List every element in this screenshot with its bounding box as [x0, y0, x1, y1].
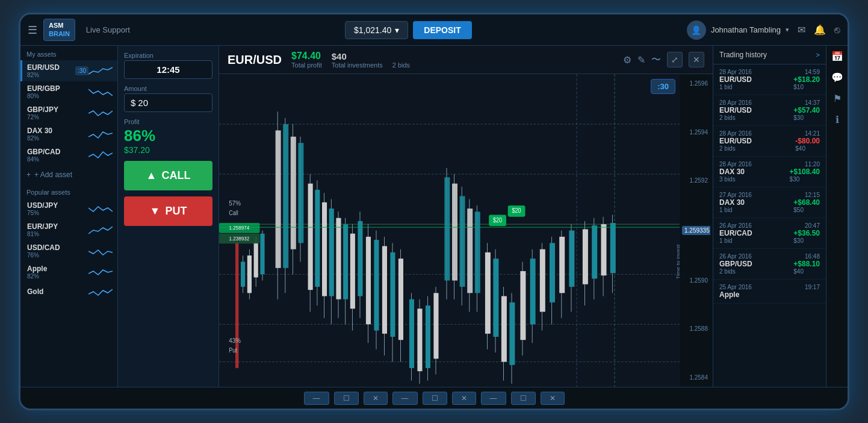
svg-rect-10 [241, 262, 245, 287]
history-pair-1: EUR/USD [719, 75, 752, 84]
history-item-3[interactable]: 28 Apr 2016 14:21 EUR/USD 2 bids -$80.00… [713, 126, 826, 157]
sidebar-item-gbpcad[interactable]: GBP/CAD 84% [20, 145, 117, 166]
mail-icon[interactable]: ✉ [798, 24, 805, 36]
chart-bids-label: 2 bids [392, 61, 410, 69]
taskbar-btn-6[interactable]: ✕ [452, 392, 476, 405]
amount-symbol: $ [131, 98, 135, 108]
deposit-button[interactable]: DEPOSIT [413, 21, 471, 39]
chart-invest-block: $40 Total investments [332, 51, 383, 69]
taskbar-btn-2[interactable]: ☐ [334, 392, 359, 405]
price-tick-4: 1.2590 [682, 277, 710, 284]
taskbar-btn-8[interactable]: ☐ [511, 392, 536, 405]
history-date-4: 28 Apr 2016 11:20 [719, 161, 820, 168]
asset-name-eurgbp: EUR/GBP [27, 84, 88, 93]
sidebar-item-eurjpy[interactable]: EUR/JPY 81% [20, 219, 117, 240]
svg-rect-60 [444, 177, 450, 280]
history-item-4[interactable]: 28 Apr 2016 11:20 DAX 30 3 bids +$108.40… [713, 157, 826, 187]
asset-mini-chart-gbpcad [88, 149, 113, 161]
flag-icon[interactable]: ⚑ [833, 93, 842, 104]
history-pair-6: EUR/CAD [719, 229, 752, 237]
amount-input-container[interactable]: $ [124, 93, 212, 112]
history-invest-7: $40 [793, 268, 820, 275]
svg-rect-96 [610, 223, 616, 273]
logout-icon[interactable]: ⎋ [834, 25, 840, 36]
svg-text:1.238932: 1.238932 [229, 236, 249, 242]
expand-button[interactable]: ⤢ [667, 52, 683, 67]
svg-rect-18 [276, 130, 281, 268]
device-frame: ☰ ASM BRAIN Live Support $1,021.40 ▾ DEP… [19, 13, 849, 410]
sidebar-item-gbpjpy[interactable]: GBP/JPY 72% [20, 102, 117, 124]
history-more-link[interactable]: > [816, 51, 820, 58]
asset-pct-eurjpy: 81% [27, 231, 88, 237]
history-item-2[interactable]: 28 Apr 2016 14:37 EUR/USD 2 bids +$57.40… [713, 95, 826, 126]
svg-rect-50 [398, 258, 403, 340]
chart-tools: ⚙ ✎ 〜 ⤢ ✕ [623, 52, 704, 67]
live-support-label[interactable]: Live Support [86, 25, 130, 34]
svg-rect-78 [520, 271, 525, 340]
trading-history-panel: Trading history > 28 Apr 2016 14:59 EUR/… [713, 46, 826, 387]
sidebar-item-apple[interactable]: Apple 82% [20, 262, 117, 283]
history-item-8[interactable]: 25 Apr 2016 19:17 Apple [713, 280, 826, 304]
taskbar-btn-9[interactable]: ✕ [541, 392, 565, 405]
put-button[interactable]: ▼ PUT [124, 196, 212, 226]
sidebar-item-eurgbp[interactable]: EUR/GBP 80% [20, 81, 117, 102]
taskbar-btn-4[interactable]: — [392, 392, 418, 405]
svg-rect-80 [530, 258, 536, 324]
history-date-5: 27 Apr 2016 12:15 [719, 192, 820, 198]
draw-icon[interactable]: ✎ [637, 54, 645, 66]
history-item-5[interactable]: 27 Apr 2016 12:15 DAX 30 1 bid +$68.40 $… [713, 187, 826, 218]
wave-icon[interactable]: 〜 [651, 54, 661, 66]
balance-button[interactable]: $1,021.40 ▾ [345, 21, 408, 39]
history-item-1[interactable]: 28 Apr 2016 14:59 EUR/USD 1 bid +$18.20 … [713, 64, 826, 95]
chart-canvas: :30 [219, 74, 713, 387]
svg-rect-62 [452, 184, 457, 281]
svg-rect-56 [426, 306, 430, 368]
taskbar-btn-5[interactable]: ☐ [423, 392, 447, 405]
svg-rect-66 [467, 208, 473, 293]
taskbar-btn-3[interactable]: ✕ [364, 392, 388, 405]
history-item-7[interactable]: 26 Apr 2016 16:48 GBP/USD 2 bids +$88.10… [713, 249, 826, 280]
avatar: 👤 [687, 20, 706, 40]
trading-panel: Expiration 12:45 Amount $ Profit 86% $37… [118, 46, 219, 387]
profit-pct-value: 86% [124, 127, 212, 145]
expiration-value: 12:45 [124, 60, 212, 79]
notification-icon[interactable]: 🔔 [814, 24, 826, 36]
asset-name-eurusd: EUR/USD [27, 63, 73, 72]
call-button[interactable]: ▲ CALL [124, 161, 212, 190]
history-item-6[interactable]: 26 Apr 2016 20:47 EUR/CAD 1 bid +$36.50 … [713, 218, 826, 249]
indicators-icon[interactable]: ⚙ [623, 54, 631, 66]
user-info[interactable]: 👤 Johnathan Tambling ▾ [687, 20, 789, 40]
chart-profit-block: $74.40 Total profit [291, 51, 322, 69]
asset-mini-chart-eurjpy [88, 224, 113, 236]
history-bids-4: 3 bids [719, 176, 745, 183]
chart-pair-label: EUR/USD [228, 53, 282, 67]
calendar-icon[interactable]: 📅 [831, 51, 843, 62]
history-date-6: 26 Apr 2016 20:47 [719, 222, 820, 229]
asset-mini-chart-dax30 [88, 128, 113, 140]
taskbar-btn-7[interactable]: — [481, 392, 506, 405]
sidebar-item-eurusd[interactable]: EUR/USD 82% :30 [20, 60, 117, 81]
user-dropdown-icon: ▾ [786, 26, 789, 34]
asset-pct-usdcad: 76% [27, 252, 88, 258]
asset-info-usdcad: USD/CAD 76% [27, 243, 88, 258]
chat-icon[interactable]: 💬 [831, 72, 843, 83]
history-pair-8: Apple [719, 290, 739, 299]
sidebar-item-dax30[interactable]: DAX 30 82% [20, 124, 117, 145]
taskbar-btn-1[interactable]: — [304, 392, 329, 405]
sidebar-item-usdjpy[interactable]: USD/JPY 75% [20, 198, 117, 219]
close-chart-button[interactable]: ✕ [689, 52, 704, 67]
logo: ASM BRAIN [43, 19, 75, 40]
add-asset-button[interactable]: + + Add asset [20, 166, 117, 184]
sidebar-item-usdcad[interactable]: USD/CAD 76% [20, 240, 117, 262]
svg-rect-64 [460, 196, 465, 287]
svg-rect-28 [315, 190, 320, 287]
amount-field[interactable] [138, 98, 186, 108]
sidebar-item-gold[interactable]: Gold [20, 283, 117, 301]
hamburger-icon[interactable]: ☰ [28, 24, 37, 37]
asset-pct-apple: 82% [27, 273, 88, 280]
info-icon[interactable]: ℹ [835, 114, 839, 125]
chart-invest-label: Total investments [332, 61, 383, 69]
history-pair-5: DAX 30 [719, 198, 745, 207]
history-bids-5: 1 bid [719, 207, 745, 213]
history-bids-3: 2 bids [719, 145, 752, 152]
